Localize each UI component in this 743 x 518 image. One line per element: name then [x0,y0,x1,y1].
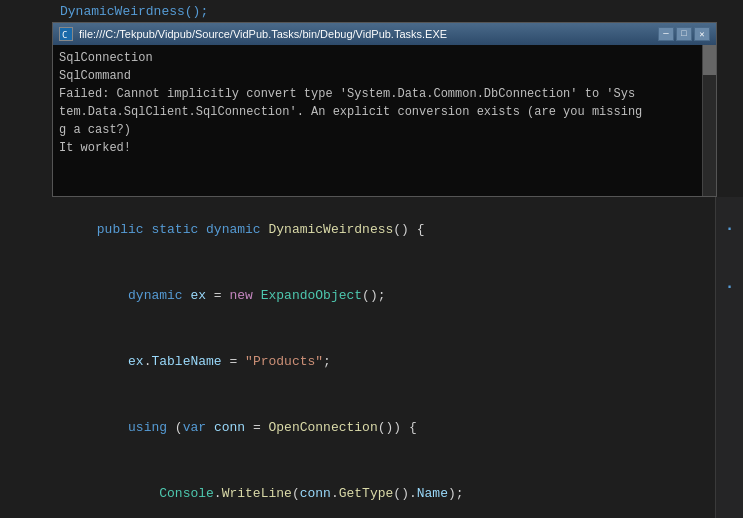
console-title-left: C file:///C:/Tekpub/Vidpub/Source/VidPub… [59,27,447,41]
console-window: C file:///C:/Tekpub/Vidpub/Source/VidPub… [52,22,717,197]
right-dot-2: . [725,275,735,293]
right-dot-1: . [725,217,735,235]
top-code-line: DynamicWeirdness(); [0,0,743,22]
console-title-text: file:///C:/Tekpub/Vidpub/Source/VidPub.T… [79,28,447,40]
code-line-4: using (var conn = OpenConnection()) { [0,395,743,461]
console-scrollbar[interactable] [702,45,716,196]
console-line-1: SqlConnection [59,49,710,67]
code-line-3: ex.TableName = "Products"; [0,329,743,395]
console-content: SqlConnection SqlCommand Failed: Cannot … [53,45,716,196]
console-titlebar: C file:///C:/Tekpub/Vidpub/Source/VidPub… [53,23,716,45]
right-sidebar: . . [715,197,743,518]
code-editor: public static dynamic DynamicWeirdness()… [0,197,743,518]
console-line-6: It worked! [59,139,710,157]
code-line-1: public static dynamic DynamicWeirdness()… [0,197,743,263]
console-app-icon: C [59,27,73,41]
console-line-5: g a cast?) [59,121,710,139]
console-scrollbar-thumb[interactable] [703,45,716,75]
top-code-text: DynamicWeirdness(); [60,4,208,19]
console-line-3: Failed: Cannot implicitly convert type '… [59,85,710,103]
console-window-buttons[interactable]: ─ □ ✕ [658,27,710,41]
code-line-2: dynamic ex = new ExpandoObject(); [0,263,743,329]
console-line-4: tem.Data.SqlClient.SqlConnection'. An ex… [59,103,710,121]
maximize-button[interactable]: □ [676,27,692,41]
svg-text:C: C [62,30,67,40]
close-button[interactable]: ✕ [694,27,710,41]
console-line-2: SqlCommand [59,67,710,85]
code-line-5: Console.WriteLine(conn.GetType().Name); [0,461,743,518]
minimize-button[interactable]: ─ [658,27,674,41]
